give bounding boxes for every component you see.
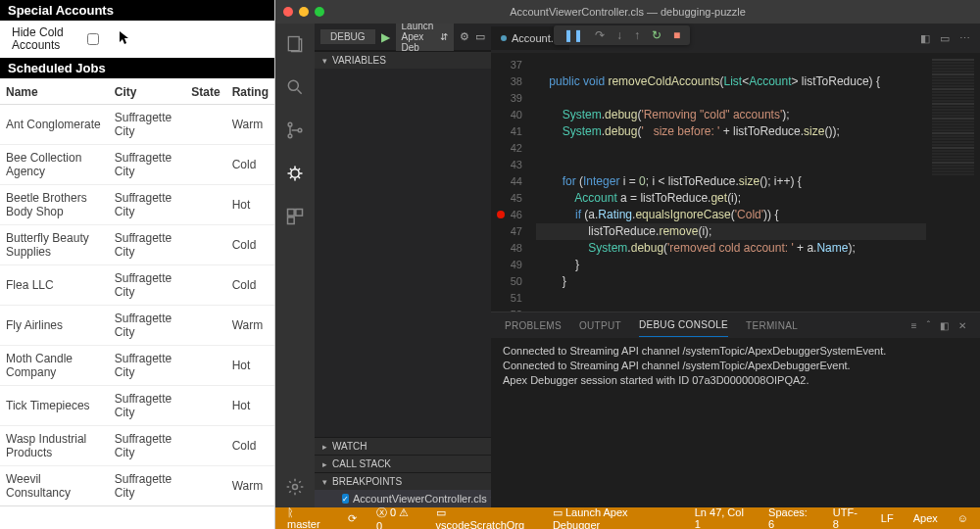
split-editor-icon[interactable]: ◧ xyxy=(920,32,930,45)
table-row[interactable]: Moth Candle CompanySuffragette CityHot xyxy=(0,346,274,386)
debug-views-icon[interactable]: ▭ xyxy=(475,30,485,43)
tab-debug-console[interactable]: DEBUG CONSOLE xyxy=(639,313,728,337)
table-header-row: Name City State Rating xyxy=(0,80,274,105)
cell-rating: Cold xyxy=(226,265,274,306)
debug-settings-icon[interactable]: ⚙ xyxy=(460,30,469,43)
hide-cold-checkbox[interactable] xyxy=(87,33,99,45)
cell-city: Suffragette City xyxy=(109,426,186,466)
table-row[interactable]: Weevil ConsultancySuffragette CityWarm xyxy=(0,466,274,506)
code-content[interactable]: public void removeColdAccounts(List<Acco… xyxy=(530,53,926,312)
explorer-icon[interactable] xyxy=(284,33,306,55)
svg-point-5 xyxy=(291,169,299,177)
tab-output[interactable]: OUTPUT xyxy=(579,314,621,337)
cell-rating: Warm xyxy=(226,306,274,346)
stop-icon[interactable]: ■ xyxy=(673,28,680,42)
browser-panel: Special Accounts Hide Cold Accounts Sche… xyxy=(0,0,275,529)
language-indicator[interactable]: Apex xyxy=(909,512,942,524)
table-row[interactable]: Ant ConglomerateSuffragette CityWarm xyxy=(0,105,274,145)
callstack-section[interactable]: CALL STACK xyxy=(315,455,491,472)
step-over-icon[interactable]: ↷ xyxy=(595,28,605,42)
pause-icon[interactable]: ❚❚ xyxy=(564,28,583,42)
svg-rect-7 xyxy=(296,210,303,216)
cell-rating: Cold xyxy=(226,145,274,185)
cell-city: Suffragette City xyxy=(109,386,186,426)
cell-city: Suffragette City xyxy=(109,185,186,225)
variables-section[interactable]: VARIABLES xyxy=(315,51,491,69)
debugger-indicator[interactable]: ▭ Launch Apex Debugger xyxy=(549,506,677,530)
search-icon[interactable] xyxy=(284,76,306,98)
cell-name: Butterfly Beauty Supplies xyxy=(0,225,109,265)
cell-state xyxy=(185,145,225,185)
org-indicator[interactable]: ▭ vscodeScratchOrg xyxy=(432,506,537,530)
svg-point-3 xyxy=(288,134,292,138)
cell-name: Fly Airlines xyxy=(0,306,109,346)
cell-city: Suffragette City xyxy=(109,466,186,506)
branch-indicator[interactable]: ᚱ master xyxy=(283,506,332,529)
extensions-icon[interactable] xyxy=(284,206,306,227)
minimap[interactable] xyxy=(926,53,980,312)
panel-filter-icon[interactable]: ≡ xyxy=(911,320,917,331)
debug-toolbar: ❚❚ ↷ ↓ ↑ ↻ ■ xyxy=(554,25,690,45)
cell-rating: Hot xyxy=(226,386,274,426)
start-debug-button[interactable]: ▶ xyxy=(381,30,390,44)
debug-config-dropdown[interactable]: Launch Apex Deb ⇵ xyxy=(396,19,454,55)
activity-bar xyxy=(275,24,315,507)
table-row[interactable]: Wasp Industrial ProductsSuffragette City… xyxy=(0,426,274,466)
table-row[interactable]: Butterfly Beauty SuppliesSuffragette Cit… xyxy=(0,225,274,265)
settings-gear-icon[interactable] xyxy=(284,476,306,498)
svg-point-4 xyxy=(298,128,302,132)
window-titlebar: AccountViewerController.cls — debugging-… xyxy=(275,0,980,24)
eol-indicator[interactable]: LF xyxy=(877,512,898,524)
debug-icon[interactable] xyxy=(284,163,306,184)
tab-terminal[interactable]: TERMINAL xyxy=(746,314,798,337)
svg-point-9 xyxy=(293,485,298,490)
cell-rating: Warm xyxy=(226,466,274,506)
table-row[interactable]: Beetle Brothers Body ShopSuffragette Cit… xyxy=(0,185,274,225)
panel-layout-icon[interactable]: ◧ xyxy=(940,320,949,331)
code-editor[interactable]: 3738394041424344454647484950515253545556… xyxy=(491,53,980,312)
hide-cold-row: Hide Cold Accounts xyxy=(0,21,274,58)
panel-close-icon[interactable]: ✕ xyxy=(958,320,966,331)
step-out-icon[interactable]: ↑ xyxy=(634,28,640,42)
editor-tab-bar: Account... ❚❚ ↷ ↓ ↑ ↻ ■ ◧ ▭ ⋯ xyxy=(491,24,980,53)
more-actions-icon[interactable]: ⋯ xyxy=(959,32,970,45)
step-into-icon[interactable]: ↓ xyxy=(616,28,622,42)
table-row[interactable]: Bee Collection AgencySuffragette CityCol… xyxy=(0,145,274,185)
cell-state xyxy=(185,346,225,386)
svg-point-1 xyxy=(288,80,298,90)
errors-indicator[interactable]: ⓧ 0 ⚠ 0 xyxy=(372,505,420,530)
zoom-window-icon[interactable] xyxy=(315,7,324,17)
watch-section[interactable]: WATCH xyxy=(315,437,491,455)
table-row[interactable]: Fly AirlinesSuffragette CityWarm xyxy=(0,306,274,346)
source-control-icon[interactable] xyxy=(284,120,306,141)
mouse-cursor-icon xyxy=(122,32,134,46)
table-row[interactable]: Flea LLCSuffragette CityCold xyxy=(0,265,274,306)
line-gutter: 3738394041424344454647484950515253545556… xyxy=(491,53,530,312)
minimize-window-icon[interactable] xyxy=(299,7,309,17)
svg-rect-6 xyxy=(288,210,295,216)
cell-city: Suffragette City xyxy=(109,105,186,145)
tab-problems[interactable]: PROBLEMS xyxy=(505,314,562,337)
sync-icon[interactable]: ⟳ xyxy=(344,512,361,525)
toggle-panel-icon[interactable]: ▭ xyxy=(940,32,950,45)
file-type-icon xyxy=(501,35,507,41)
window-title: AccountViewerController.cls — debugging-… xyxy=(510,6,746,18)
col-rating: Rating xyxy=(226,80,274,105)
cell-rating: Warm xyxy=(226,105,274,145)
indent-indicator[interactable]: Spaces: 6 xyxy=(764,506,817,529)
close-window-icon[interactable] xyxy=(283,7,293,17)
svg-point-2 xyxy=(288,122,292,126)
cell-name: Flea LLC xyxy=(0,265,109,306)
restart-icon[interactable]: ↻ xyxy=(652,28,662,42)
breakpoint-checkbox[interactable]: ✓ xyxy=(342,494,349,504)
table-row[interactable]: Tick TimepiecesSuffragette CityHot xyxy=(0,386,274,426)
cell-state xyxy=(185,265,225,306)
cell-name: Wasp Industrial Products xyxy=(0,426,109,466)
debug-console-output[interactable]: Connected to Streaming API channel /syst… xyxy=(491,338,980,507)
cursor-position[interactable]: Ln 47, Col 1 xyxy=(691,506,753,529)
breakpoints-section[interactable]: BREAKPOINTS xyxy=(315,472,491,490)
encoding-indicator[interactable]: UTF-8 xyxy=(829,506,865,529)
debug-run-bar: DEBUG ▶ Launch Apex Deb ⇵ ⚙ ▭ xyxy=(315,24,491,51)
feedback-icon[interactable]: ☺ xyxy=(954,512,972,524)
panel-up-icon[interactable]: ˆ xyxy=(927,320,930,331)
